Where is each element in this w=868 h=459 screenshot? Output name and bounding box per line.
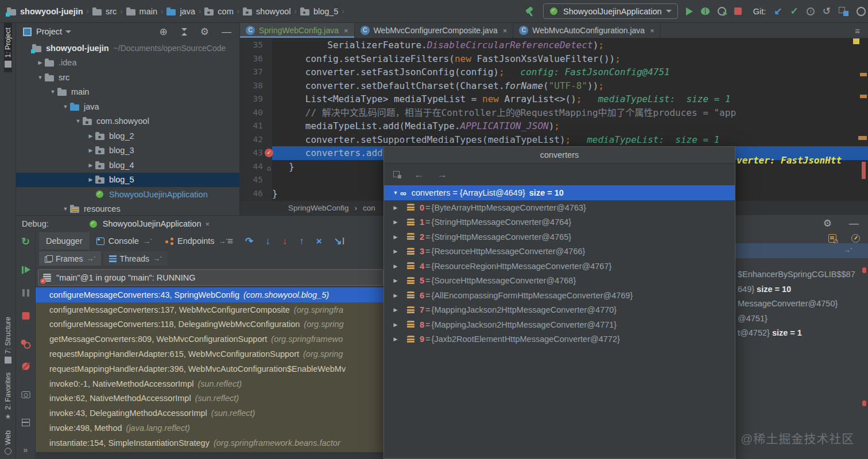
stack-frame-row[interactable]: getMessageConverters:809, WebMvcConfigur… (36, 332, 400, 347)
tree-item-java[interactable]: ▼java (16, 99, 239, 114)
show-execution-point-icon[interactable]: ≡ (227, 236, 233, 246)
tree-item-showyool-juejin[interactable]: showyool-juejin~/Documents/openSourceCod… (16, 41, 239, 56)
step-into-icon[interactable]: ↓ (265, 236, 270, 246)
tree-item-.idea[interactable]: ▶.idea (16, 56, 239, 71)
pause-icon[interactable] (22, 289, 29, 297)
run-configuration-select[interactable]: ShowyoolJuejinApplication (543, 3, 678, 19)
code-line-41[interactable]: 41 mediaTypeList.add(MediaType.APPLICATI… (240, 119, 868, 133)
minimize-icon[interactable]: — (849, 219, 859, 228)
restore-layout-icon[interactable] (22, 419, 30, 426)
breadcrumb-item[interactable]: showyool (243, 7, 290, 16)
popup-item-row[interactable]: ▶0 = {ByteArrayHttpMessageConverter@4763… (384, 200, 735, 215)
force-step-into-icon[interactable]: ↓ (282, 236, 288, 246)
stack-frame-row[interactable]: invoke0:-1, NativeMethodAccessorImpl(sun… (36, 376, 400, 391)
mute-breakpoints-icon[interactable] (22, 363, 29, 370)
resume-icon[interactable] (22, 266, 30, 274)
stack-frame-row[interactable]: invoke:62, NativeMethodAccessorImpl(sun.… (36, 391, 400, 406)
popup-item-row[interactable]: ▶5 = {SourceHttpMessageConverter@4768} (384, 274, 735, 289)
gear-icon[interactable]: ⚙ (823, 219, 832, 228)
variable-row-fragment[interactable]: t@4752} size = 1 (738, 326, 868, 341)
code-line-38[interactable]: 38 converter.setDefaultCharset(Charset.f… (240, 79, 868, 93)
scrollbar-thumb-red[interactable] (862, 162, 866, 179)
breadcrumb-item[interactable]: main (126, 7, 157, 16)
project-panel-title[interactable]: Project (36, 27, 62, 36)
debug-button[interactable] (701, 7, 710, 15)
git-commit-icon[interactable]: ✓ (790, 6, 799, 16)
tree-item-src[interactable]: ▼src (16, 70, 239, 85)
variable-row-fragment[interactable]: @4751} (738, 312, 868, 326)
stack-frame-row[interactable]: requestMappingHandlerAdapter:615, WebMvc… (36, 347, 400, 361)
tree-item-blog_4[interactable]: ▶blog_4 (16, 158, 239, 173)
sidebar-item-web[interactable]: Web (4, 426, 12, 459)
locate-file-icon[interactable]: ⊕ (160, 27, 168, 37)
gear-icon[interactable]: ⚙ (200, 27, 209, 37)
breakpoint-icon[interactable]: ✓ (265, 149, 273, 157)
close-icon[interactable]: × (344, 26, 348, 35)
more-icon[interactable]: » (24, 445, 28, 454)
debug-session-tab[interactable]: ShowyoolJuejinApplication × (89, 219, 210, 228)
run-to-cursor-icon[interactable]: ↘I (334, 236, 345, 246)
breadcrumb-item[interactable]: blog_5 (300, 7, 339, 16)
tab-console[interactable]: Console→ (90, 232, 158, 250)
drop-frame-icon[interactable]: × (316, 236, 322, 246)
sidebar-item-structure[interactable]: 7: Structure (4, 312, 12, 368)
tree-item-com.showyool[interactable]: ▼com.showyool (16, 114, 239, 129)
code-line-40[interactable]: 40 // 解决中文乱码问题，相当于在Controller上的@RequestM… (240, 106, 868, 120)
history-icon[interactable] (807, 7, 815, 15)
tree-item-blog_2[interactable]: ▶blog_2 (16, 129, 239, 143)
open-in-view-icon[interactable] (393, 171, 401, 178)
thread-dump-icon[interactable] (21, 391, 30, 398)
editor-tab-WebMvcAutoConfiguration.java[interactable]: CWebMvcAutoConfiguration.java× (513, 23, 660, 38)
code-line-39[interactable]: 39 List<MediaType> mediaTypeList = new A… (240, 92, 868, 106)
variable-row-fragment[interactable]: $EnhancerBySpringCGLIB$$87 (738, 267, 868, 282)
tab-threads[interactable]: Threads→ (103, 251, 168, 266)
thread-selector[interactable]: "main"@1 in group "main": RUNNING (38, 269, 383, 286)
popup-item-row[interactable]: ▶8 = {MappingJackson2HttpMessageConverte… (384, 317, 735, 332)
view-breakpoints-icon[interactable] (21, 340, 30, 349)
stack-frame-row[interactable]: requestMappingHandlerAdapter:396, WebMvc… (36, 361, 400, 376)
tool-windows-icon[interactable] (839, 7, 848, 16)
chevron-down-icon[interactable]: ▼ (391, 190, 400, 196)
popup-item-row[interactable]: ▶3 = {ResourceHttpMessageConverter@4766} (384, 244, 735, 259)
stack-frame-row[interactable]: instantiate:154, SimpleInstantiationStra… (36, 435, 400, 450)
popup-item-row[interactable]: ▶7 = {MappingJackson2HttpMessageConverte… (384, 303, 735, 318)
tree-item-blog_5[interactable]: ▶blog_5 (16, 173, 239, 188)
variable-row-fragment[interactable]: 649} size = 10 (738, 282, 868, 297)
popup-root-row[interactable]: ▼ ∞ converters = {ArrayList@4649} size =… (384, 185, 735, 200)
run-button[interactable] (686, 7, 693, 15)
frames-scrollbar[interactable] (36, 452, 400, 459)
variables-selected-row[interactable]: → (735, 243, 868, 258)
stack-frame-row[interactable]: configureMessageConverters:43, SpringWeb… (36, 287, 400, 302)
close-icon[interactable]: × (503, 26, 507, 35)
stack-frame-row[interactable]: invoke:43, DelegatingMethodAccessorImpl(… (36, 406, 400, 421)
popup-item-row[interactable]: ▶1 = {StringHttpMessageConverter@4764} (384, 215, 735, 230)
variable-row-fragment[interactable]: MessageConverter@4750} (738, 297, 868, 312)
code-line-35[interactable]: 35 SerializerFeature.DisableCircularRefe… (240, 38, 868, 52)
editor-tab-SpringWebConfig.java[interactable]: CSpringWebConfig.java× (240, 23, 355, 38)
editor-tab-WebMvcConfigurerComposite.java[interactable]: CWebMvcConfigurerComposite.java× (355, 23, 514, 38)
back-icon[interactable]: ← (414, 169, 424, 181)
breadcrumb-item[interactable]: java (166, 7, 195, 16)
tree-item-main[interactable]: ▼main (16, 85, 239, 100)
tab-frames[interactable]: Frames→ (39, 251, 101, 266)
breadcrumb-item[interactable]: src (92, 7, 117, 16)
tree-item-ShowyoolJuejinApplication[interactable]: ShowyoolJuejinApplication (16, 187, 239, 202)
code-line-37[interactable]: 37 converter.setFastJsonConfig(config);c… (240, 65, 868, 79)
collapse-all-icon[interactable] (180, 28, 188, 36)
tab-endpoints[interactable]: Endpoints→ (158, 232, 234, 250)
memory-view-icon[interactable] (851, 234, 860, 243)
close-icon[interactable]: × (205, 220, 210, 228)
close-icon[interactable]: × (650, 26, 654, 35)
code-line-42[interactable]: 42 converter.setSupportedMediaTypes(medi… (240, 133, 868, 147)
undo-icon[interactable]: ↺ (823, 6, 831, 16)
popup-title[interactable]: converters (384, 147, 735, 164)
breadcrumb-item[interactable]: com (204, 7, 233, 16)
search-icon[interactable] (857, 7, 866, 16)
git-update-icon[interactable]: ↙ (774, 6, 782, 16)
stop-button[interactable] (734, 7, 742, 15)
stack-frame-row[interactable]: invoke:498, Method(java.lang.reflect) (36, 421, 400, 435)
sidebar-item-project[interactable]: 1: Project (4, 23, 12, 72)
evaluate-expression-icon[interactable] (828, 234, 836, 243)
stop-icon[interactable] (22, 312, 29, 320)
tree-item-blog_3[interactable]: ▶blog_3 (16, 143, 239, 158)
